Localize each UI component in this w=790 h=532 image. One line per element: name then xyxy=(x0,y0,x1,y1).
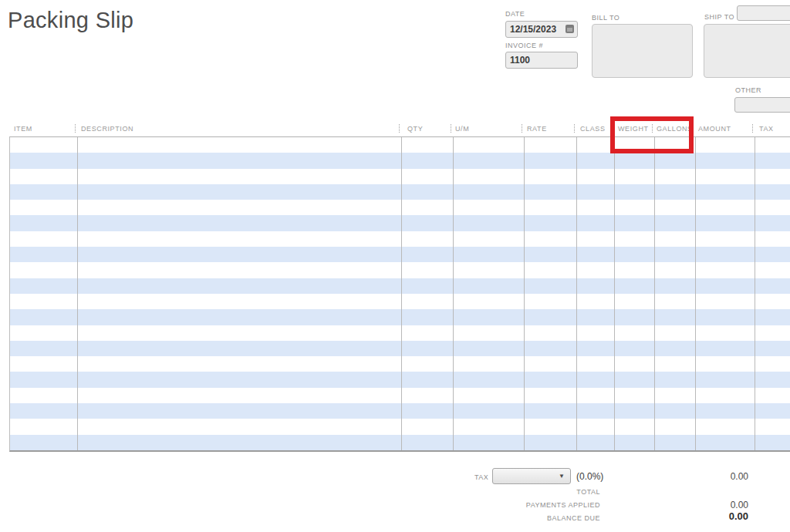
invoice-number-input[interactable] xyxy=(505,52,578,69)
column-resize-handle-icon[interactable] xyxy=(399,124,400,133)
date-field-wrap xyxy=(505,21,578,38)
balance-due-label: BALANCE DUE xyxy=(463,514,600,522)
ship-to-label: SHIP TO xyxy=(704,13,734,21)
tax-amount: 0.00 xyxy=(694,471,748,482)
column-resize-handle-icon[interactable] xyxy=(451,124,451,133)
column-divider xyxy=(755,137,755,450)
tax-dropdown[interactable]: ▼ xyxy=(492,468,571,484)
column-resize-handle-icon[interactable] xyxy=(752,124,753,133)
other-label: OTHER xyxy=(735,86,761,94)
column-divider xyxy=(654,137,655,450)
column-divider xyxy=(453,137,454,450)
other-input[interactable] xyxy=(734,97,790,113)
chevron-down-icon[interactable]: ▼ xyxy=(559,473,565,480)
ship-to-box[interactable] xyxy=(704,24,790,78)
column-divider xyxy=(576,137,577,450)
balance-due-amount: 0.00 xyxy=(694,510,748,522)
ship-to-side-input[interactable] xyxy=(737,5,790,21)
column-header-rate[interactable]: RATE xyxy=(527,125,547,133)
line-item-table: ITEM DESCRIPTION QTY U/M RATE CLASS WEIG… xyxy=(9,120,790,451)
tax-percent: (0.0%) xyxy=(576,471,603,482)
tax-label: TAX xyxy=(474,473,488,481)
column-header-description[interactable]: DESCRIPTION xyxy=(81,125,133,133)
column-header-amount[interactable]: AMOUNT xyxy=(698,125,731,133)
column-resize-handle-icon[interactable] xyxy=(522,124,522,133)
invoice-number-label: INVOICE # xyxy=(505,42,543,49)
payments-applied-label: PAYMENTS APPLIED xyxy=(463,501,600,509)
column-header-tax[interactable]: TAX xyxy=(759,125,774,133)
total-label: TOTAL xyxy=(463,488,600,496)
column-header-qty[interactable]: QTY xyxy=(407,125,423,133)
column-resize-handle-icon[interactable] xyxy=(75,124,76,133)
page-title: Packing Slip xyxy=(8,8,133,33)
column-header-class[interactable]: CLASS xyxy=(580,125,606,133)
payments-applied-amount: 0.00 xyxy=(694,500,748,510)
highlight-box-weight-gallons xyxy=(610,116,694,153)
column-divider xyxy=(695,137,696,450)
column-divider xyxy=(77,137,78,450)
bill-to-label: BILL TO xyxy=(592,14,620,22)
column-divider xyxy=(614,137,615,450)
column-resize-handle-icon[interactable] xyxy=(574,124,575,133)
column-header-item[interactable]: ITEM xyxy=(14,125,32,133)
calendar-icon[interactable] xyxy=(565,25,574,33)
column-divider xyxy=(401,137,402,450)
date-label: DATE xyxy=(505,10,525,18)
table-body-empty-rows[interactable] xyxy=(9,136,790,452)
column-divider xyxy=(524,137,525,450)
bill-to-box[interactable] xyxy=(592,24,693,78)
column-header-um[interactable]: U/M xyxy=(455,125,469,133)
